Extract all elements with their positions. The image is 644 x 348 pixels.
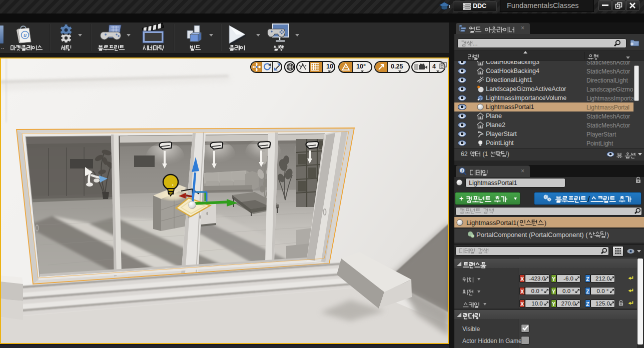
svg-text:u: u: [24, 32, 27, 38]
